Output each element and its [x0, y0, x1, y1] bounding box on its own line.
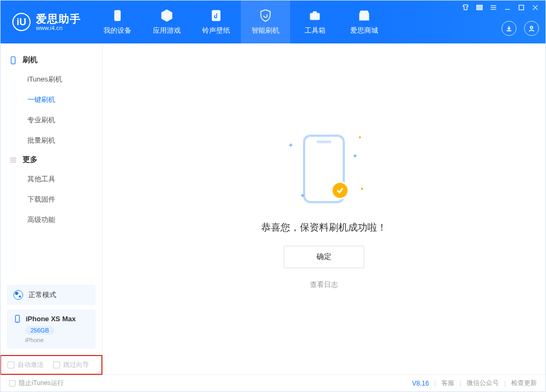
sidebar-item-itunes-flash[interactable]: iTunes刷机: [1, 69, 102, 90]
app-url: www.i4.cn: [36, 25, 81, 31]
checkbox-auto-activate[interactable]: 自动激活: [8, 360, 43, 369]
close-icon[interactable]: [532, 4, 539, 11]
music-note-icon: [209, 9, 223, 23]
maximize-icon[interactable]: [518, 4, 525, 11]
svg-rect-11: [519, 5, 524, 10]
app-name: 爱思助手: [36, 13, 81, 25]
checkbox-skip-guide[interactable]: 跳过向导: [53, 360, 89, 369]
view-log-link[interactable]: 查看日志: [310, 280, 338, 290]
app-header: iU 爱思助手 www.i4.cn 我的设备 应用游戏 铃声壁纸 智能刷机 工具…: [1, 1, 545, 43]
main-content: ✦ ✦ ✦ 恭喜您，保资料刷机成功啦！ 确定 查看日志: [102, 43, 545, 374]
tab-my-device[interactable]: 我的设备: [93, 1, 142, 43]
logo-icon: iU: [12, 13, 31, 31]
annotated-checkbox-row: 自动激活 跳过向导: [0, 355, 102, 375]
dot-icon: [361, 188, 363, 190]
dot-icon: [359, 136, 361, 138]
list-icon[interactable]: [476, 4, 483, 11]
support-link[interactable]: 客服: [441, 379, 454, 388]
tab-apps-games[interactable]: 应用游戏: [142, 1, 191, 43]
sidebar-group-more: 更多: [1, 151, 102, 169]
device-type: iPhone: [25, 337, 89, 343]
wechat-link[interactable]: 微信公众号: [467, 379, 499, 388]
app-logo: iU 爱思助手 www.i4.cn: [1, 13, 93, 31]
sidebar-item-pro-flash[interactable]: 专业刷机: [1, 110, 102, 130]
svg-rect-1: [212, 10, 220, 21]
checkbox-block-itunes[interactable]: 阻止iTunes运行: [9, 379, 64, 388]
sidebar-item-batch-flash[interactable]: 批量刷机: [1, 130, 102, 151]
svg-rect-15: [11, 56, 16, 63]
svg-rect-0: [115, 10, 121, 21]
sidebar-item-advanced[interactable]: 高级功能: [1, 210, 102, 230]
status-bar: 阻止iTunes运行 V8.16 | 客服 | 微信公众号 | 检查更新: [1, 374, 545, 391]
check-badge-icon: [331, 181, 349, 199]
tshirt-icon[interactable]: [462, 4, 469, 11]
window-controls: [462, 4, 539, 11]
svg-point-14: [530, 26, 533, 28]
svg-rect-6: [477, 9, 483, 10]
sidebar-group-flash: 刷机: [1, 51, 102, 69]
briefcase-icon: [308, 9, 322, 23]
device-name: iPhone XS Max: [26, 315, 76, 323]
main-tabs: 我的设备 应用游戏 铃声壁纸 智能刷机 工具箱 爱思商城: [93, 1, 389, 43]
phone-icon: [13, 315, 21, 323]
mode-card[interactable]: 正常模式: [7, 285, 95, 305]
version-label[interactable]: V8.16: [412, 380, 429, 387]
sidebar-item-oneclick-flash[interactable]: 一键刷机: [1, 90, 102, 110]
sidebar: 刷机 iTunes刷机 一键刷机 专业刷机 批量刷机 更多 其他工具 下载固件 …: [1, 43, 102, 374]
sparkle-icon: ✦: [300, 192, 305, 199]
phone-icon: [110, 9, 124, 23]
download-button[interactable]: [501, 21, 517, 36]
tab-smart-flash[interactable]: 智能刷机: [241, 1, 290, 43]
sidebar-item-other-tools[interactable]: 其他工具: [1, 169, 102, 189]
svg-point-20: [17, 321, 18, 322]
success-message: 恭喜您，保资料刷机成功啦！: [261, 221, 387, 234]
svg-rect-4: [477, 5, 483, 6]
menu-lines-icon: [9, 156, 17, 164]
check-update-link[interactable]: 检查更新: [511, 379, 537, 388]
user-button[interactable]: [524, 21, 539, 36]
device-card[interactable]: iPhone XS Max 256GB iPhone: [7, 309, 95, 349]
cube-icon: [160, 9, 174, 23]
svg-rect-2: [310, 13, 319, 20]
svg-rect-5: [477, 7, 483, 8]
svg-rect-3: [313, 11, 317, 13]
mode-icon: [13, 290, 23, 300]
tab-ringtones[interactable]: 铃声壁纸: [191, 1, 241, 43]
store-icon: [357, 9, 371, 23]
device-storage: 256GB: [25, 326, 54, 335]
confirm-button[interactable]: 确定: [284, 246, 364, 268]
sparkle-icon: ✦: [288, 142, 293, 149]
menu-icon[interactable]: [490, 4, 497, 11]
minimize-icon[interactable]: [504, 4, 511, 11]
tab-store[interactable]: 爱思商城: [340, 1, 389, 43]
tab-toolbox[interactable]: 工具箱: [290, 1, 340, 43]
device-icon: [9, 56, 17, 64]
success-illustration: ✦ ✦ ✦: [284, 129, 364, 209]
mode-label: 正常模式: [28, 290, 56, 300]
sparkle-icon: ✦: [352, 152, 358, 160]
sidebar-item-download-firmware[interactable]: 下载固件: [1, 189, 102, 210]
shield-refresh-icon: [259, 9, 272, 23]
